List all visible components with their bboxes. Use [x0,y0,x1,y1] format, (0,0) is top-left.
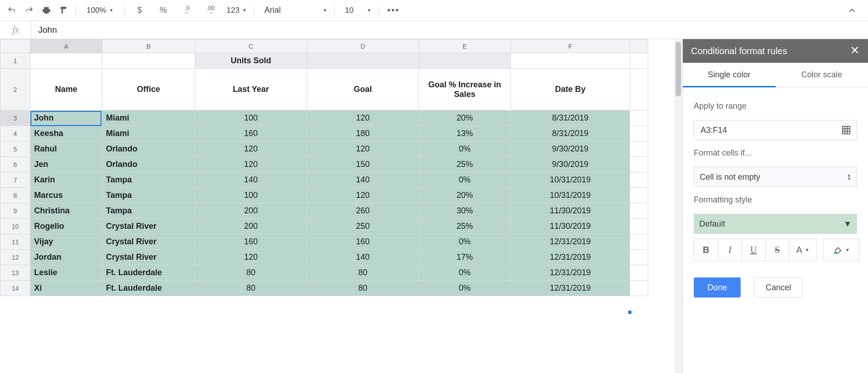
column-header-A[interactable]: A [30,40,102,53]
column-header-B[interactable]: B [102,40,195,53]
done-button[interactable]: Done [694,277,741,297]
cell[interactable]: 9/30/2019 [511,157,630,172]
row-header-11[interactable]: 11 [0,234,30,250]
row-header-1[interactable]: 1 [0,53,30,69]
row-header-14[interactable]: 14 [0,281,30,296]
collapse-toolbar-button[interactable] [840,2,864,19]
cell[interactable] [630,141,648,157]
column-header-E[interactable]: E [419,40,511,53]
column-header-C[interactable]: C [195,40,307,53]
cell[interactable]: 30% [419,203,511,219]
formula-input[interactable] [32,21,868,39]
cell[interactable] [630,188,648,203]
cell[interactable] [630,69,648,111]
cell[interactable]: 80 [307,281,419,296]
zoom-dropdown[interactable]: 100%▼ [80,2,121,19]
vertical-scrollbar[interactable] [674,39,682,373]
cell-header-office[interactable]: Office [102,69,195,111]
cell[interactable]: 120 [195,157,307,172]
cell[interactable] [630,234,648,250]
print-button[interactable] [38,2,55,19]
cell[interactable] [630,265,648,281]
cell[interactable]: 150 [307,157,419,172]
cell[interactable]: 100 [195,111,307,126]
row-header-3[interactable]: 3 [0,111,30,126]
cell[interactable]: 200 [195,203,307,219]
column-header-extra[interactable] [630,40,648,53]
cell[interactable]: 0% [419,281,511,296]
tab-single-color[interactable]: Single color [683,63,776,87]
text-color-button[interactable]: A▼ [789,239,816,261]
cell[interactable]: 160 [195,126,307,141]
range-input[interactable] [700,125,841,136]
cell[interactable]: Christina [30,203,102,219]
cell[interactable]: 120 [195,250,307,265]
cell[interactable]: Orlando [102,157,195,172]
cell[interactable]: Karin [30,172,102,188]
cell[interactable]: 140 [307,250,419,265]
cell[interactable] [630,157,648,172]
cell-header-goal-pct[interactable]: Goal % Increase in Sales [419,69,511,111]
cell[interactable]: 180 [307,126,419,141]
cell[interactable] [630,111,648,126]
cell[interactable]: Rahul [30,141,102,157]
cell[interactable]: Ft. Lauderdale [102,281,195,296]
tab-color-scale[interactable]: Color scale [776,63,868,87]
selection-fill-handle[interactable] [628,311,631,314]
grid-icon[interactable] [841,125,851,135]
format-currency-button[interactable]: $ [128,2,151,19]
cell[interactable] [30,53,102,69]
cell[interactable]: 100 [195,188,307,203]
row-header-12[interactable]: 12 [0,250,30,265]
cell[interactable]: Ft. Lauderdale [102,265,195,281]
bold-button[interactable]: B [694,239,718,261]
default-style-dropdown[interactable]: Default ▼ [694,214,857,234]
cell[interactable]: 10/31/2019 [511,188,630,203]
cell[interactable]: 160 [195,234,307,250]
cell[interactable]: 20% [419,188,511,203]
number-format-dropdown[interactable]: 123▼ [223,2,250,19]
row-header-2[interactable]: 2 [0,69,30,111]
cell[interactable]: 250 [307,219,419,234]
cell[interactable]: 13% [419,126,511,141]
cell[interactable]: Jordan [30,250,102,265]
paint-format-button[interactable] [56,2,72,19]
cell[interactable]: Crystal River [102,219,195,234]
cell[interactable]: 120 [195,141,307,157]
cell[interactable] [630,203,648,219]
cell[interactable]: Orlando [102,141,195,157]
spreadsheet-grid[interactable]: A B C D E F 1 Units Sold [0,39,682,373]
cell[interactable]: 140 [307,172,419,188]
format-percent-button[interactable]: % [152,2,175,19]
cell[interactable]: Vijay [30,234,102,250]
cell-header-last-year[interactable]: Last Year [195,69,307,111]
cell[interactable]: Leslie [30,265,102,281]
cell[interactable]: 12/31/2019 [511,234,630,250]
more-tools-button[interactable]: ••• [383,2,404,19]
cell[interactable]: Marcus [30,188,102,203]
column-header-F[interactable]: F [511,40,630,53]
cell-header-name[interactable]: Name [30,69,102,111]
cell[interactable]: 11/30/2019 [511,203,630,219]
cell[interactable] [419,53,511,69]
cell[interactable]: 8/31/2019 [511,126,630,141]
select-all-corner[interactable] [0,40,30,53]
cell[interactable]: 11/30/2019 [511,219,630,234]
cell-units-sold[interactable]: Units Sold [195,53,307,69]
cell[interactable]: 12/31/2019 [511,250,630,265]
row-header-8[interactable]: 8 [0,188,30,203]
row-header-4[interactable]: 4 [0,126,30,141]
condition-dropdown[interactable]: Cell is not empty ▲▼ [694,167,857,187]
italic-button[interactable]: I [718,239,742,261]
cell[interactable]: 0% [419,141,511,157]
cell[interactable]: Crystal River [102,250,195,265]
column-header-D[interactable]: D [307,40,419,53]
cell[interactable]: 17% [419,250,511,265]
font-family-dropdown[interactable]: Arial ▼ [258,2,331,19]
cell[interactable] [630,250,648,265]
cell[interactable]: 260 [307,203,419,219]
cell[interactable]: Tampa [102,203,195,219]
cell[interactable]: Rogelio [30,219,102,234]
font-size-dropdown[interactable]: 10 ▼ [338,2,375,19]
cell[interactable] [630,172,648,188]
